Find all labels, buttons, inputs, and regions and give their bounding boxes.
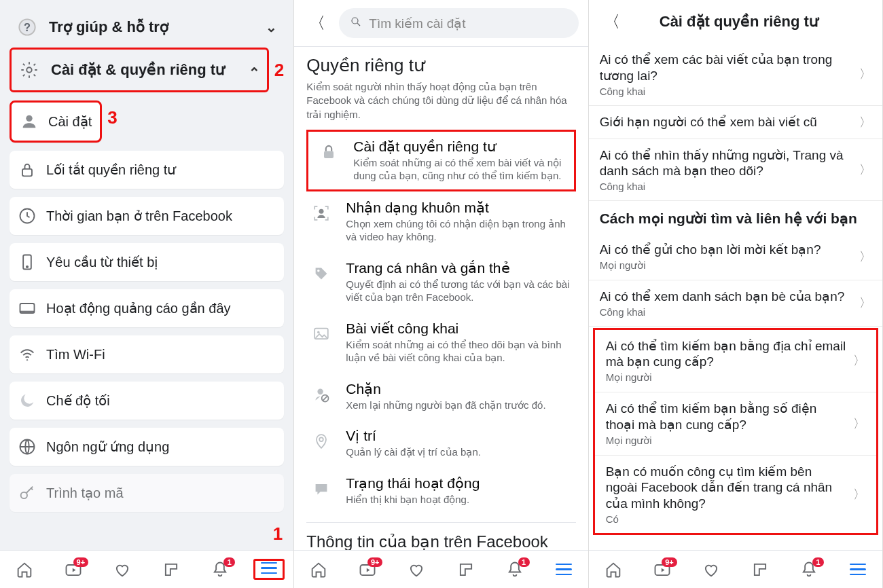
row-value: Công khai	[600, 181, 852, 192]
section-header: Cách mọi người tìm và liên hệ với bạn	[589, 201, 882, 234]
nav-dating[interactable]	[98, 560, 147, 579]
row-active-status[interactable]: Trạng thái hoạt động Hiển thị khi bạn ho…	[306, 467, 575, 515]
card-label: Ngôn ngữ ứng dụng	[46, 439, 169, 455]
row-face-recognition[interactable]: Nhận dạng khuôn mặt Chọn xem chúng tôi c…	[306, 191, 575, 252]
nav-home[interactable]	[294, 560, 343, 579]
row-value: Mọi người	[600, 259, 852, 272]
time-on-fb-card[interactable]: Thời gian bạn ở trên Facebook	[10, 197, 284, 235]
code-gen-card[interactable]: Trình tạo mã	[10, 474, 284, 512]
chevron-down-icon: ⌄	[266, 19, 277, 35]
back-button[interactable]: 〈	[304, 8, 331, 38]
row-title: Ai có thể tìm kiếm bạn bằng địa chỉ emai…	[606, 338, 846, 371]
nav-notifications[interactable]: 1	[785, 560, 833, 579]
row-title: Trang cá nhân và gắn thẻ	[346, 260, 574, 276]
device-icon	[18, 253, 37, 272]
chevron-right-icon: 〉	[846, 416, 865, 432]
face-icon	[308, 200, 335, 227]
row-privacy-settings[interactable]: Cài đặt quyền riêng tư Kiểm soát những a…	[306, 130, 575, 191]
svg-point-21	[320, 438, 324, 442]
chat-icon	[308, 475, 335, 502]
ad-icon	[18, 299, 37, 318]
nav-home[interactable]	[589, 560, 638, 579]
chevron-right-icon: 〉	[852, 295, 871, 311]
row-blocking[interactable]: Chặn Xem lại những người bạn đã chặn trư…	[306, 373, 575, 420]
row-value: Mọi người	[606, 371, 846, 384]
nav-notifications[interactable]: 1	[196, 560, 245, 579]
privacy-row[interactable]: Ai có thể tìm kiếm bạn bằng địa chỉ emai…	[595, 330, 876, 393]
row-title: Ai có thể xem các bài viết của bạn trong…	[600, 52, 852, 84]
device-requests-card[interactable]: Yêu cầu từ thiết bị	[10, 243, 284, 281]
panel-menu: ? Trợ giúp & hỗ trợ ⌄ Cài đặt & quyền ri…	[0, 0, 294, 588]
privacy-row[interactable]: Ai có thể nhìn thấy những người, Trang v…	[589, 139, 882, 202]
nav-dating[interactable]	[687, 560, 736, 579]
svg-point-2	[26, 67, 31, 72]
svg-point-7	[26, 266, 28, 268]
moon-icon	[18, 391, 37, 410]
nav-watch[interactable]: 9+	[49, 560, 98, 579]
chevron-right-icon: 〉	[846, 486, 865, 502]
find-wifi-card[interactable]: Tìm Wi-Fi	[10, 335, 284, 373]
row-title: Cài đặt quyền riêng tư	[353, 139, 566, 155]
privacy-row[interactable]: Ai có thể tìm kiếm bạn bằng số điện thoạ…	[595, 392, 876, 456]
globe-icon	[18, 437, 37, 456]
section-title: Quyền riêng tư	[306, 55, 575, 76]
privacy-row[interactable]: Ai có thể gửi cho bạn lời mời kết bạn? M…	[589, 234, 882, 280]
nav-menu[interactable]	[539, 564, 588, 576]
nav-gaming[interactable]	[147, 560, 196, 579]
svg-point-11	[21, 492, 27, 498]
card-label: Tìm Wi-Fi	[46, 347, 105, 363]
row-value: Công khai	[600, 306, 852, 318]
bottom-nav: 9+ 1	[589, 550, 882, 588]
recent-ad-card[interactable]: Hoạt động quảng cáo gần đây	[10, 289, 284, 327]
badge: 1	[812, 557, 824, 567]
privacy-shortcuts-card[interactable]: Lối tắt quyền riêng tư	[10, 151, 284, 189]
search-input[interactable]: Tìm kiếm cài đặt	[339, 8, 578, 38]
nav-gaming[interactable]	[736, 560, 785, 579]
privacy-row[interactable]: Giới hạn người có thể xem bài viết cũ 〉	[589, 106, 882, 139]
nav-home[interactable]	[0, 560, 49, 579]
nav-menu[interactable]	[833, 564, 882, 576]
section2-title: Thông tin của bạn trên Facebook	[306, 522, 575, 550]
svg-point-16	[317, 270, 320, 272]
svg-rect-4	[22, 169, 32, 177]
row-desc: Quản lý cài đặt vị trí của bạn.	[346, 445, 574, 459]
dark-mode-card[interactable]: Chế độ tối	[10, 382, 284, 420]
annotation-3: 3	[107, 107, 117, 128]
row-profile-tagging[interactable]: Trang cá nhân và gắn thẻ Quyết định ai c…	[306, 252, 575, 312]
settings-privacy-row[interactable]: Cài đặt & quyền riêng tư ⌃	[10, 48, 269, 92]
person-icon	[20, 112, 39, 131]
privacy-row[interactable]: Bạn có muốn công cụ tìm kiếm bên ngoài F…	[595, 456, 876, 533]
nav-gaming[interactable]	[442, 560, 490, 579]
nav-watch[interactable]: 9+	[638, 560, 687, 579]
lock-icon	[315, 139, 342, 166]
nav-notifications[interactable]: 1	[490, 560, 539, 579]
settings-card[interactable]: Cài đặt	[10, 100, 102, 143]
row-desc: Chọn xem chúng tôi có nhận diện bạn tron…	[346, 217, 574, 244]
privacy-row[interactable]: Ai có thể xem các bài viết của bạn trong…	[589, 43, 882, 106]
nav-menu[interactable]	[245, 559, 293, 581]
nav-watch[interactable]: 9+	[343, 560, 392, 579]
row-value: Công khai	[600, 86, 852, 97]
privacy-row[interactable]: Ai có thể xem danh sách bạn bè của bạn? …	[589, 280, 882, 327]
card-label: Thời gian bạn ở trên Facebook	[46, 208, 232, 224]
svg-rect-14	[324, 151, 334, 158]
row-title: Trạng thái hoạt động	[346, 475, 574, 492]
annotation-1: 1	[273, 523, 283, 545]
tag-icon	[308, 260, 335, 287]
row-location[interactable]: Vị trí Quản lý cài đặt vị trí của bạn.	[306, 420, 575, 467]
help-support-row[interactable]: ? Trợ giúp & hỗ trợ ⌄	[10, 7, 284, 48]
search-icon	[350, 16, 362, 31]
row-public-posts[interactable]: Bài viết công khai Kiểm soát những ai có…	[306, 312, 575, 373]
row-title: Bài viết công khai	[346, 320, 574, 337]
back-button[interactable]: 〈	[598, 7, 626, 37]
language-card[interactable]: Ngôn ngữ ứng dụng	[10, 428, 284, 466]
row-title: Ai có thể nhìn thấy những người, Trang v…	[600, 147, 852, 180]
block-icon	[308, 381, 335, 408]
svg-point-13	[352, 18, 358, 24]
chevron-right-icon: 〉	[852, 249, 871, 265]
row-title: Chặn	[346, 381, 574, 397]
nav-dating[interactable]	[392, 560, 441, 579]
search-placeholder: Tìm kiếm cài đặt	[369, 16, 465, 31]
row-desc: Hiển thị khi bạn hoạt động.	[346, 493, 574, 507]
annotation-2: 2	[274, 60, 284, 81]
